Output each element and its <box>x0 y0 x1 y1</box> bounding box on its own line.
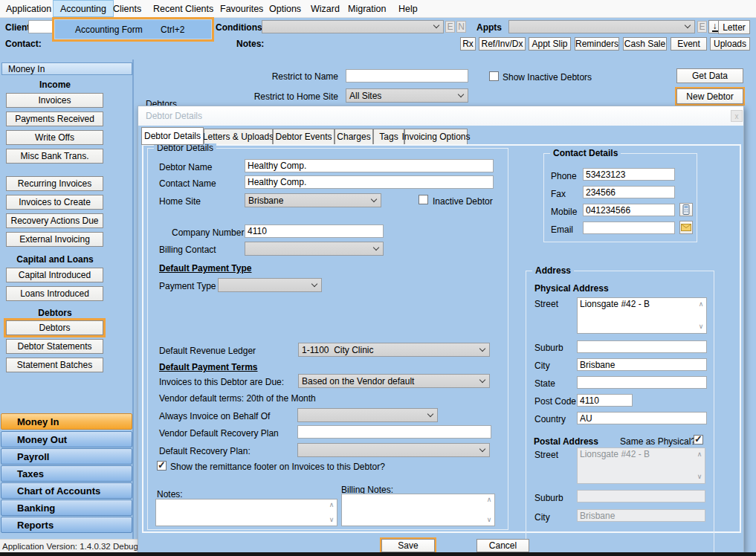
always-invoice-label: Always Invoice on Behalf Of <box>159 411 270 421</box>
remittance-footer-checkbox[interactable] <box>157 461 167 471</box>
nav-money-out[interactable]: Money Out <box>1 431 132 447</box>
scroll-down-icon[interactable]: ∨ <box>327 517 336 523</box>
chevron-down-icon <box>458 91 464 97</box>
appts-dropdown[interactable] <box>508 20 695 33</box>
restrict-to-name-input[interactable] <box>346 69 468 83</box>
sidebar-item-write-offs[interactable]: Write Offs <box>6 130 103 145</box>
sidebar-item-external-invoicing[interactable]: External Invoicing <box>6 232 103 247</box>
app-window: Application Accounting Clients Recent Cl… <box>0 0 756 556</box>
company-number-input[interactable] <box>245 224 384 238</box>
conditions-e-button[interactable]: E <box>445 21 455 33</box>
menu-wizard[interactable]: Wizard <box>311 0 340 17</box>
tab-tags[interactable]: Tags <box>373 129 404 145</box>
dialog-title-bar[interactable]: Debtor Details x <box>138 106 743 126</box>
tab-debtor-details[interactable]: Debtor Details <box>141 127 204 145</box>
physical-city-input[interactable] <box>577 358 707 371</box>
scroll-up-icon[interactable]: ∧ <box>327 502 336 508</box>
sidebar-item-statement-batches[interactable]: Statement Batches <box>6 358 103 372</box>
reminders-button[interactable]: Reminders <box>575 37 619 51</box>
new-debtor-button[interactable]: New Debtor <box>676 88 743 104</box>
menu-help[interactable]: Help <box>398 0 418 17</box>
physical-street-textarea[interactable]: Lionsgate #42 - B ∧ ∨ <box>577 297 707 334</box>
contact-name-input[interactable] <box>245 175 494 189</box>
vendor-default-recovery-plan-input[interactable] <box>297 425 491 439</box>
letter-button[interactable]: Letter <box>718 20 750 34</box>
ref-inv-dx-button[interactable]: Ref/Inv/Dx <box>479 37 526 51</box>
invoices-due-dropdown[interactable]: Based on the Vendor default <box>298 374 490 388</box>
conditions-dropdown[interactable] <box>262 20 444 33</box>
menu-clients[interactable]: Clients <box>113 0 141 17</box>
email-input[interactable] <box>583 222 675 234</box>
menu-item-accounting-form[interactable]: Accounting Form Ctrl+2 <box>55 20 211 39</box>
restrict-to-home-site-dropdown[interactable]: All Sites <box>346 88 468 103</box>
event-button[interactable]: Event <box>671 37 707 51</box>
billing-notes-textarea[interactable]: ∧ ∨ <box>341 494 495 526</box>
tab-letters-uploads[interactable]: Letters & Uploads <box>204 129 273 145</box>
scroll-down-icon[interactable]: ∨ <box>485 517 494 523</box>
nav-money-in[interactable]: Money In <box>1 413 132 430</box>
sidebar-item-invoices[interactable]: Invoices <box>6 93 103 108</box>
show-inactive-debtors-checkbox[interactable] <box>489 71 499 81</box>
uploads-button[interactable]: Uploads <box>710 37 750 51</box>
nav-chart-of-accounts[interactable]: Chart of Accounts <box>1 482 132 499</box>
scroll-down-icon[interactable]: ∨ <box>697 323 705 330</box>
nav-payroll[interactable]: Payroll <box>1 448 132 465</box>
send-email-button[interactable] <box>679 221 693 234</box>
physical-state-input[interactable] <box>577 376 707 389</box>
appts-e-button[interactable]: E <box>697 21 707 33</box>
nav-taxes[interactable]: Taxes <box>1 465 132 482</box>
nav-banking[interactable]: Banking <box>1 500 132 516</box>
sidebar-item-debtors[interactable]: Debtors <box>6 320 103 335</box>
fax-input[interactable] <box>583 186 675 198</box>
physical-suburb-input[interactable] <box>577 340 707 353</box>
always-invoice-dropdown[interactable] <box>297 408 438 422</box>
notes-textarea[interactable]: ∧ ∨ <box>155 499 337 526</box>
sidebar-item-misc-bank-trans[interactable]: Misc Bank Trans. <box>6 149 103 164</box>
menu-recent-clients[interactable]: Recent Clients <box>153 0 213 17</box>
appt-slip-button[interactable]: Appt Slip <box>529 37 571 51</box>
sidebar-item-debtor-statements[interactable]: Debtor Statements <box>6 339 103 354</box>
sidebar-item-capital-introduced[interactable]: Capital Introduced <box>6 268 103 282</box>
mobile-input[interactable] <box>583 204 675 216</box>
default-revenue-ledger-dropdown[interactable]: 1-1100 City Clinic <box>298 343 490 357</box>
tab-invoicing-options[interactable]: Invoicing Options <box>404 129 468 145</box>
cash-sale-button[interactable]: Cash Sale <box>623 37 667 51</box>
menu-favourites[interactable]: Favourites <box>220 0 263 17</box>
scroll-up-icon[interactable]: ∧ <box>485 497 494 503</box>
physical-country-input[interactable] <box>577 412 707 424</box>
home-site-dropdown[interactable]: Brisbane <box>245 193 381 207</box>
menu-accounting[interactable]: Accounting <box>53 0 114 17</box>
billing-contact-dropdown[interactable] <box>245 242 384 256</box>
client-input[interactable] <box>28 20 54 33</box>
send-sms-button[interactable] <box>679 203 693 216</box>
get-data-button[interactable]: Get Data <box>676 68 743 83</box>
save-button[interactable]: Save <box>381 539 435 552</box>
postal-city-label: City <box>534 512 550 523</box>
payment-type-dropdown[interactable] <box>218 278 322 292</box>
sidebar-item-recovery-actions-due[interactable]: Recovery Actions Due <box>6 213 103 228</box>
physical-post-code-input[interactable] <box>577 394 633 407</box>
close-icon[interactable]: x <box>731 110 743 122</box>
cancel-button[interactable]: Cancel <box>476 539 529 552</box>
same-as-physical-checkbox[interactable] <box>694 435 703 445</box>
menu-application[interactable]: Application <box>6 0 51 17</box>
menu-options[interactable]: Options <box>269 0 301 17</box>
phone-input[interactable] <box>583 168 675 181</box>
mobile-label: Mobile <box>551 207 577 217</box>
nav-reports[interactable]: Reports <box>1 517 132 533</box>
debtor-name-input[interactable] <box>245 159 494 172</box>
menu-migration[interactable]: Migration <box>348 0 386 17</box>
scroll-up-icon[interactable]: ∧ <box>697 301 705 308</box>
conditions-n-button[interactable]: N <box>456 21 466 33</box>
sidebar-item-invoices-to-create[interactable]: Invoices to Create <box>6 195 103 210</box>
sidebar-item-loans-introduced[interactable]: Loans Introduced <box>6 286 103 301</box>
menu-bar: Application Accounting Clients Recent Cl… <box>0 0 756 18</box>
sidebar-heading-income: Income <box>0 80 110 90</box>
inactive-debtor-checkbox[interactable] <box>419 195 428 204</box>
tab-debtor-events[interactable]: Debtor Events <box>273 129 335 145</box>
tab-charges[interactable]: Charges <box>335 129 373 145</box>
sidebar-item-recurring-invoices[interactable]: Recurring Invoices <box>6 176 103 191</box>
default-recovery-plan-dropdown[interactable] <box>297 443 490 457</box>
rx-button[interactable]: Rx <box>460 37 476 51</box>
sidebar-item-payments-received[interactable]: Payments Received <box>6 111 103 126</box>
